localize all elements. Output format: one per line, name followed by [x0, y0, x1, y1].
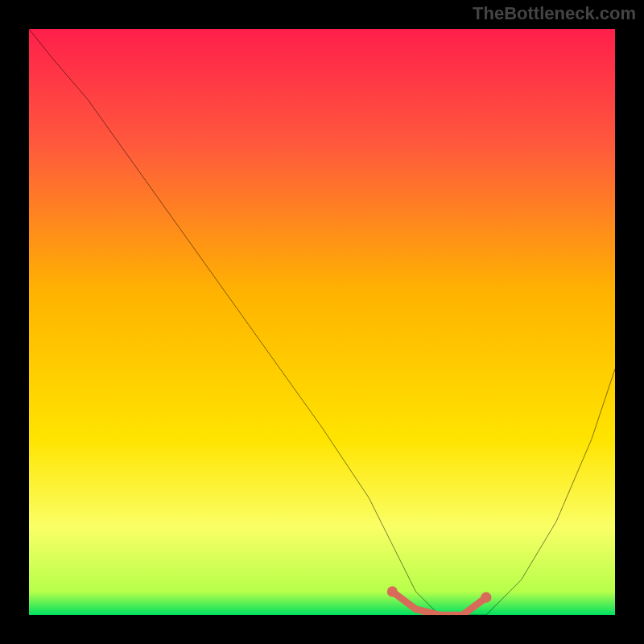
bottleneck-curve [29, 29, 615, 615]
watermark-text: TheBottleneck.com [473, 3, 636, 24]
highlight-end-dot [481, 592, 491, 603]
curve-layer [29, 29, 615, 615]
highlight-start-dot [387, 586, 398, 597]
optimal-range-highlight [392, 592, 485, 615]
plot-area [29, 29, 615, 615]
